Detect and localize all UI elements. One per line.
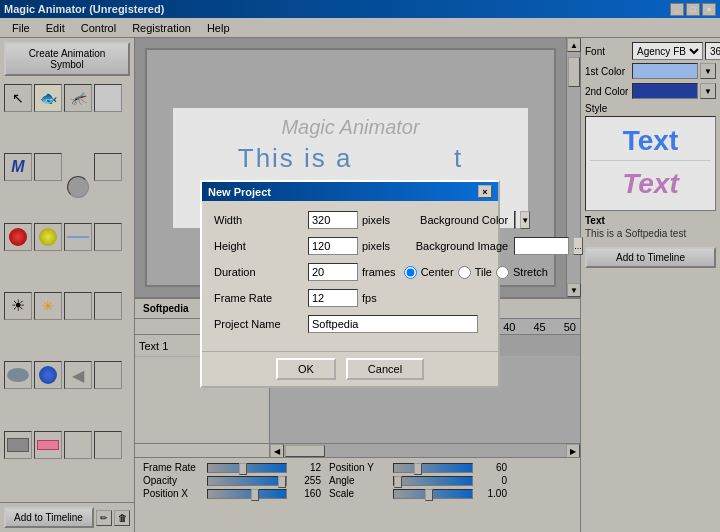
duration-unit: frames	[362, 266, 396, 278]
project-label: Project Name	[214, 318, 304, 330]
stretch-radio[interactable]	[496, 266, 509, 279]
stretch-label: Stretch	[513, 266, 548, 278]
modal-body: Width pixels Background Color ▼ Height p…	[202, 201, 498, 351]
duration-input[interactable]	[308, 263, 358, 281]
modal-title-bar: New Project ×	[202, 182, 498, 201]
center-radio-label: Center	[404, 266, 454, 279]
tile-label: Tile	[475, 266, 492, 278]
stretch-radio-label: Stretch	[496, 266, 548, 279]
duration-label: Duration	[214, 266, 304, 278]
modal-footer: OK Cancel	[202, 351, 498, 386]
framerate-modal-label: Frame Rate	[214, 292, 304, 304]
width-input[interactable]	[308, 211, 358, 229]
bgcolor-dropdown[interactable]: ▼	[520, 211, 530, 229]
center-radio[interactable]	[404, 266, 417, 279]
height-unit: pixels	[362, 240, 390, 252]
width-unit: pixels	[362, 214, 390, 226]
height-label: Height	[214, 240, 304, 252]
project-name-input[interactable]	[308, 315, 478, 333]
bgcolor-label: Background Color	[398, 214, 508, 226]
bgimage-label: Background Image	[398, 240, 508, 252]
new-project-dialog: New Project × Width pixels Background Co…	[200, 180, 500, 388]
framerate-modal-input[interactable]	[308, 289, 358, 307]
height-input[interactable]	[308, 237, 358, 255]
bgimage-browse[interactable]: ...	[573, 237, 583, 255]
width-row: Width pixels Background Color ▼	[214, 211, 486, 229]
duration-row: Duration frames Center Tile Stretch	[214, 263, 486, 281]
cancel-button[interactable]: Cancel	[346, 358, 424, 380]
modal-title-text: New Project	[208, 186, 271, 198]
tile-radio[interactable]	[458, 266, 471, 279]
center-label: Center	[421, 266, 454, 278]
project-name-row: Project Name	[214, 315, 486, 333]
modal-close-button[interactable]: ×	[478, 185, 492, 198]
framerate-row: Frame Rate fps	[214, 289, 486, 307]
tile-radio-label: Tile	[458, 266, 492, 279]
bgimage-input[interactable]	[514, 237, 569, 255]
framerate-unit: fps	[362, 292, 377, 304]
modal-overlay: New Project × Width pixels Background Co…	[0, 0, 720, 532]
width-label: Width	[214, 214, 304, 226]
ok-button[interactable]: OK	[276, 358, 336, 380]
bgcolor-box[interactable]	[514, 211, 516, 229]
height-row: Height pixels Background Image ...	[214, 237, 486, 255]
